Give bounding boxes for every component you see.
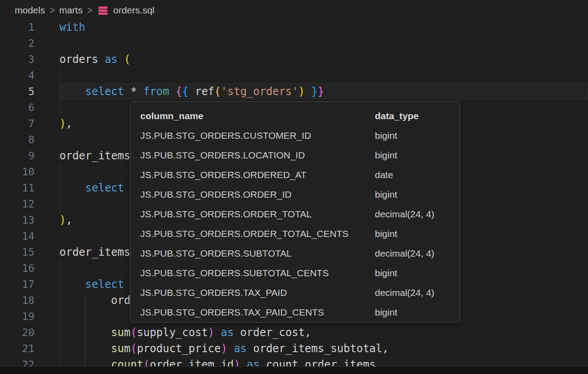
code-token: product_price <box>137 342 221 355</box>
code-token: select <box>85 182 124 194</box>
column-name-cell: JS.PUB.STG_ORDERS.ORDER_TOTAL <box>140 204 375 224</box>
code-line[interactable]: 5 select * from {{ ref('stg_orders') }} <box>0 83 588 100</box>
code-line-text: select * from {{ ref('stg_orders') }} <box>59 83 324 100</box>
code-token <box>169 85 176 98</box>
data-type-cell: decimal(24, 4) <box>375 204 434 224</box>
code-line[interactable]: 22 count(order_item_id) as count_order_i… <box>0 357 588 367</box>
code-token: ( <box>214 85 221 98</box>
code-token: ( <box>124 53 130 66</box>
code-token <box>189 85 195 98</box>
code-token <box>59 358 111 367</box>
breadcrumb-item-marts[interactable]: marts <box>59 5 83 16</box>
code-token: ) <box>234 358 240 367</box>
data-type-cell: decimal(24, 4) <box>375 244 434 263</box>
data-type-cell: bigint <box>375 224 397 244</box>
code-token: ( <box>130 342 137 355</box>
line-number[interactable]: 4 <box>0 67 34 83</box>
code-line[interactable]: 2 <box>0 35 588 51</box>
code-line-text: ord <box>59 292 130 308</box>
code-line-text: order_items <box>59 148 130 164</box>
column-name-cell: JS.PUB.STG_ORDERS.SUBTOTAL <box>140 244 375 263</box>
line-number[interactable]: 2 <box>0 35 34 51</box>
line-number[interactable]: 3 <box>0 51 34 67</box>
data-type-cell: bigint <box>375 126 397 145</box>
code-token: ) <box>208 326 214 339</box>
code-token: ) <box>221 342 227 355</box>
code-token: ) <box>59 214 66 226</box>
code-line-text: orders as ( <box>59 51 130 67</box>
data-type-cell: date <box>375 165 393 185</box>
bottom-panel-edge <box>0 366 588 374</box>
code-line[interactable]: 4 <box>0 67 588 83</box>
line-number[interactable]: 8 <box>0 132 34 148</box>
column-name-cell: JS.PUB.STG_ORDERS.LOCATION_ID <box>140 145 375 165</box>
code-token: } <box>318 85 324 98</box>
indent-guide <box>59 164 60 180</box>
data-type-cell: decimal(24, 4) <box>375 283 434 303</box>
line-number[interactable]: 20 <box>0 324 34 341</box>
indent-guide <box>59 308 60 324</box>
line-number[interactable]: 19 <box>0 308 34 324</box>
data-type-cell: bigint <box>375 185 397 204</box>
code-token: ( <box>143 358 150 367</box>
code-token <box>59 278 85 291</box>
code-token: with <box>59 21 85 33</box>
line-number[interactable]: 13 <box>0 212 34 228</box>
code-token: order_items <box>59 246 130 258</box>
line-number[interactable]: 7 <box>0 116 34 132</box>
schema-column-row: JS.PUB.STG_ORDERS.SUBTOTAL_CENTSbigint <box>140 263 460 283</box>
line-number[interactable]: 14 <box>0 228 34 244</box>
line-number[interactable]: 6 <box>0 100 34 116</box>
code-token <box>124 85 130 98</box>
code-token: as <box>105 53 118 66</box>
breadcrumb-item-file[interactable]: orders.sql <box>113 5 155 16</box>
column-name-cell: JS.PUB.STG_ORDERS.ORDER_ID <box>140 185 375 204</box>
data-type-cell: bigint <box>375 145 397 165</box>
code-token: ( <box>130 326 137 339</box>
line-number[interactable]: 10 <box>0 164 34 180</box>
line-number[interactable]: 12 <box>0 196 34 212</box>
code-line-text: sum(supply_cost) as order_cost, <box>59 324 311 341</box>
schema-column-row: JS.PUB.STG_ORDERS.ORDER_TOTALdecimal(24,… <box>140 204 460 224</box>
database-icon <box>98 5 108 16</box>
code-line[interactable]: 20 sum(supply_cost) as order_cost, <box>0 324 588 341</box>
code-line[interactable]: 21 sum(product_price) as order_items_sub… <box>0 341 588 357</box>
schema-column-row: JS.PUB.STG_ORDERS.ORDERED_ATdate <box>140 165 460 185</box>
line-number[interactable]: 9 <box>0 148 34 164</box>
code-token: supply_cost <box>137 326 208 339</box>
code-line[interactable]: 3orders as ( <box>0 51 588 67</box>
schema-column-row: JS.PUB.STG_ORDERS.SUBTOTALdecimal(24, 4) <box>140 244 460 263</box>
schema-column-row: JS.PUB.STG_ORDERS.TAX_PAID_CENTSbigint <box>140 303 460 322</box>
code-token: order_item_id <box>150 358 234 367</box>
code-token: from <box>143 85 169 98</box>
line-number[interactable]: 17 <box>0 276 34 292</box>
line-number[interactable]: 16 <box>0 260 34 276</box>
line-number[interactable]: 11 <box>0 180 34 196</box>
code-token: { <box>182 85 189 98</box>
code-token: ) <box>59 117 66 130</box>
code-token: sum <box>111 342 130 355</box>
code-token <box>137 85 143 98</box>
code-line[interactable]: 1with <box>0 19 588 35</box>
schema-column-row: JS.PUB.STG_ORDERS.LOCATION_IDbigint <box>140 145 460 165</box>
popup-header-row: column_name data_type <box>140 106 460 126</box>
code-line-text: ), <box>59 212 72 228</box>
indent-guide <box>85 308 85 324</box>
line-number[interactable]: 5 <box>0 83 34 100</box>
breadcrumb-item-models[interactable]: models <box>15 5 45 16</box>
line-number[interactable]: 18 <box>0 292 34 308</box>
code-line-text: order_items <box>59 244 130 260</box>
code-token: select <box>85 278 124 291</box>
line-number[interactable]: 1 <box>0 19 34 35</box>
column-name-cell: JS.PUB.STG_ORDERS.TAX_PAID <box>140 283 375 303</box>
line-number[interactable]: 22 <box>0 357 34 367</box>
indent-guide <box>59 196 60 212</box>
code-token: order_items <box>59 150 130 162</box>
data-type-cell: bigint <box>375 263 397 283</box>
code-token: orders <box>59 53 105 66</box>
chevron-right-icon: > <box>50 4 55 16</box>
code-token: as <box>234 342 247 355</box>
line-number[interactable]: 21 <box>0 341 34 357</box>
code-token <box>214 326 221 339</box>
line-number[interactable]: 15 <box>0 244 34 260</box>
